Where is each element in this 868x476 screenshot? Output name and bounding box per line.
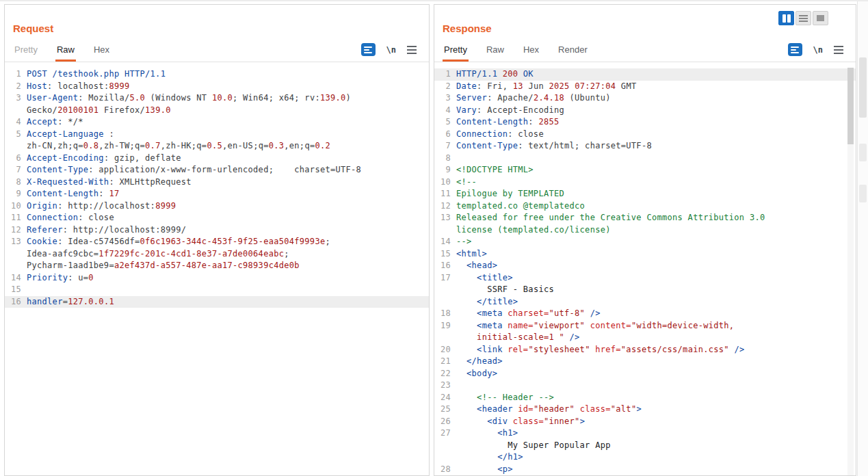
line-content	[27, 284, 429, 296]
line-content: <p> Definitely not vulnerable to SSRF at…	[456, 464, 856, 476]
code-line[interactable]: 12Referer: http://localhost:8999/	[5, 224, 429, 237]
line-content: <html>	[456, 248, 856, 261]
code-line[interactable]: 2Host: localhost:8999	[5, 81, 429, 93]
line-number: 4	[434, 105, 456, 117]
panel-menu-icon[interactable]	[834, 46, 843, 54]
response-panel: Response Pretty Raw Hex Render \n 1HTTP/…	[434, 4, 856, 476]
line-number: 2	[434, 81, 456, 93]
request-tab-raw[interactable]: Raw	[55, 39, 76, 62]
split-rows-view-button[interactable]	[795, 11, 811, 25]
window-scrollbar[interactable]	[857, 1, 868, 476]
code-line[interactable]: 12templated.co @templatedco	[434, 200, 856, 213]
line-number: 14	[434, 236, 456, 248]
line-content: Referer: http://localhost:8999/	[27, 224, 429, 237]
code-line[interactable]: 11Connection: close	[5, 212, 429, 224]
line-content: <title> SSRF - Basics </title>	[456, 272, 856, 308]
code-line[interactable]: 6Accept-Encoding: gzip, deflate	[5, 153, 429, 165]
line-number: 22	[434, 368, 456, 380]
line-number: 13	[434, 212, 456, 236]
response-scrollbar-thumb[interactable]	[847, 68, 854, 144]
code-line[interactable]: 8X-Requested-With: XMLHttpRequest	[5, 176, 429, 189]
code-line[interactable]: 15<html>	[434, 248, 856, 261]
code-line[interactable]: 21 </head>	[434, 356, 856, 368]
code-line[interactable]: 3Server: Apache/2.4.18 (Ubuntu)	[434, 92, 856, 105]
code-line[interactable]: 27 <h1> My Super Popular App </h1>	[434, 427, 856, 464]
request-tab-hex[interactable]: Hex	[92, 39, 111, 62]
code-line[interactable]: 18 <meta charset="utf-8" />	[434, 308, 856, 320]
scrollbar-mark	[859, 185, 867, 202]
line-number: 17	[434, 272, 456, 308]
response-tab-hex[interactable]: Hex	[522, 39, 540, 62]
line-content: Released for free under the Creative Com…	[456, 212, 856, 236]
code-line[interactable]: 4Accept: */*	[5, 116, 429, 129]
code-line[interactable]: 25 <header id="header" class="alt">	[434, 404, 856, 416]
line-content: <!-- Header -->	[456, 392, 856, 404]
code-line[interactable]: 13Released for free under the Creative C…	[434, 212, 856, 236]
code-line[interactable]: 10Origin: http://localhost:8999	[5, 200, 429, 213]
show-newlines-icon[interactable]: \n	[813, 45, 823, 55]
line-content: Connection: close	[456, 129, 856, 141]
line-number: 25	[434, 404, 456, 416]
code-line[interactable]: 3User-Agent: Mozilla/5.0 (Windows NT 10.…	[5, 92, 429, 116]
response-scrollbar[interactable]	[847, 68, 854, 475]
code-line[interactable]: 6Connection: close	[434, 129, 856, 141]
code-line[interactable]: 24 <!-- Header -->	[434, 392, 856, 404]
code-line[interactable]: 19 <meta name="viewport" content="width=…	[434, 320, 856, 344]
line-content: Content-Length: 17	[27, 188, 429, 200]
code-line[interactable]: 17 <title> SSRF - Basics </title>	[434, 272, 856, 308]
response-tab-actions: \n	[788, 43, 843, 56]
code-line[interactable]: 9Content-Length: 17	[5, 188, 429, 200]
code-line[interactable]: 13Cookie: Idea-c57456df=0f6c1963-344c-45…	[5, 236, 429, 272]
code-line[interactable]: 10<!--	[434, 176, 856, 189]
code-line[interactable]: 5Accept-Language : zh-CN,zh;q=0.8,zh-TW;…	[5, 129, 429, 153]
code-line[interactable]: 7Content-Type: text/html; charset=UTF-8	[434, 140, 856, 153]
code-line[interactable]: 5Content-Length: 2855	[434, 116, 856, 129]
code-line[interactable]: 9<!DOCTYPE HTML>	[434, 164, 856, 176]
code-line[interactable]: 1POST /testhook.php HTTP/1.1	[5, 68, 429, 81]
single-view-button[interactable]	[813, 11, 828, 25]
code-line[interactable]: 26 <div class="inner">	[434, 416, 856, 428]
line-content	[456, 380, 856, 392]
code-line[interactable]: 8	[434, 153, 856, 165]
panel-menu-icon[interactable]	[407, 46, 417, 54]
line-number: 5	[434, 116, 456, 129]
scrollbar-thumb[interactable]	[859, 57, 867, 118]
request-code[interactable]: 1POST /testhook.php HTTP/1.12Host: local…	[5, 66, 429, 475]
pretty-format-icon[interactable]	[788, 43, 802, 56]
response-tab-render[interactable]: Render	[557, 39, 589, 62]
code-line[interactable]: 22 <body>	[434, 368, 856, 380]
line-number: 10	[434, 176, 456, 189]
code-line[interactable]: 7Content-Type: application/x-www-form-ur…	[5, 164, 429, 176]
line-content: Content-Length: 2855	[456, 116, 856, 129]
pretty-format-icon[interactable]	[361, 43, 376, 56]
line-content: <meta name="viewport" content="width=dev…	[456, 320, 856, 344]
window-top-divider	[0, 0, 868, 1]
line-content: <header id="header" class="alt">	[456, 404, 856, 416]
line-number: 7	[434, 140, 456, 153]
response-tab-pretty[interactable]: Pretty	[443, 39, 469, 62]
code-line[interactable]: 1HTTP/1.1 200 OK	[434, 68, 856, 81]
code-line[interactable]: 2Date: Fri, 13 Jun 2025 07:27:04 GMT	[434, 81, 856, 93]
code-line[interactable]: 14Priority: u=0	[5, 272, 429, 285]
line-number: 15	[5, 284, 27, 296]
code-line[interactable]: 11Epilogue by TEMPLATED	[434, 188, 856, 200]
code-line[interactable]: 15	[5, 284, 429, 296]
code-line[interactable]: 4Vary: Accept-Encoding	[434, 105, 856, 117]
code-line[interactable]: 14-->	[434, 236, 856, 248]
line-number: 16	[5, 296, 27, 308]
line-content: X-Requested-With: XMLHttpRequest	[27, 176, 429, 189]
line-content: Content-Type: text/html; charset=UTF-8	[456, 140, 856, 153]
code-line[interactable]: 23	[434, 380, 856, 392]
code-line[interactable]: 16 <head>	[434, 260, 856, 272]
line-number: 10	[5, 200, 27, 213]
code-line[interactable]: 20 <link rel="stylesheet" href="assets/c…	[434, 344, 856, 356]
code-line[interactable]: 28 <p> Definitely not vulnerable to SSRF…	[434, 464, 856, 476]
response-tab-raw[interactable]: Raw	[485, 39, 505, 62]
line-number: 4	[5, 116, 27, 129]
request-tab-pretty[interactable]: Pretty	[13, 39, 39, 62]
line-content: <!--	[456, 176, 856, 189]
show-newlines-icon[interactable]: \n	[386, 45, 396, 55]
code-line[interactable]: 16handler=127.0.0.1	[5, 296, 429, 308]
split-columns-view-button[interactable]	[778, 11, 794, 25]
response-code[interactable]: 1HTTP/1.1 200 OK2Date: Fri, 13 Jun 2025 …	[434, 66, 856, 475]
